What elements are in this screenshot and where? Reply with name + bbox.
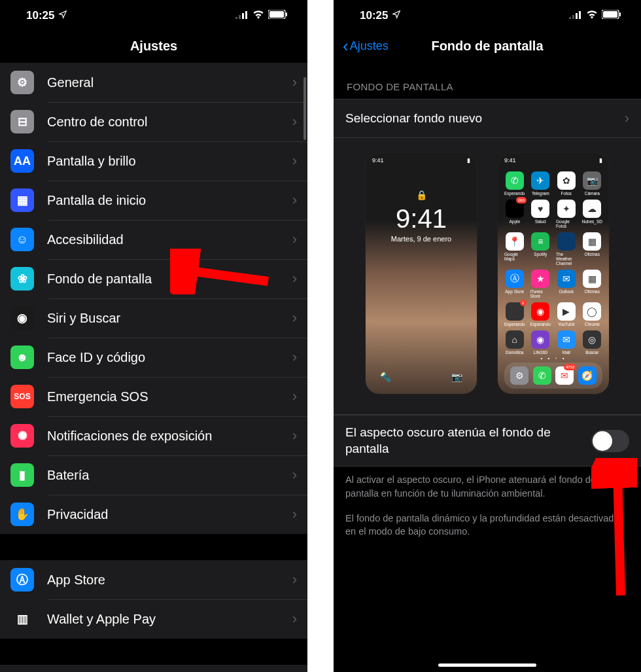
status-bar: 10:25 [334,0,641,29]
chevron-right-icon: › [292,388,297,405]
row-label: Accesibilidad [47,232,292,247]
location-icon [392,9,401,22]
home-app: The Weather Channel [556,232,577,266]
dock-app: 🧭 [578,366,597,385]
home-app: ✆Esperando [504,171,525,196]
back-button[interactable]: ‹ Ajustes [343,37,389,54]
row-label: Fondo de pantalla [47,272,292,287]
home-app: ✦Google Fotos [556,200,577,228]
page-title: Ajustes [130,39,177,54]
settings-list[interactable]: ⚙General›⊟Centro de control›AAPantalla y… [0,63,307,534]
chevron-right-icon: › [292,571,297,588]
nav-header: Ajustes [0,29,307,63]
home-app: ▦Oficinas [582,232,603,266]
svg-rect-11 [576,13,578,19]
row-label: Pantalla de inicio [47,193,292,208]
row-icon: ▥ [10,607,34,631]
cellular-icon [569,9,582,22]
row-icon: ☺ [10,228,34,251]
wallpaper-previews: 9:41▮ 🔒 9:41 Martes, 9 de enero 🔦 📷 9:41… [334,138,641,415]
settings-row[interactable]: ⒶApp Store› [0,560,307,599]
svg-rect-2 [242,13,244,19]
wifi-icon [586,9,598,22]
home-screen-preview[interactable]: 9:41▮ ✆Esperando✈Telegram✿Fotos📷Cámara26… [497,152,610,395]
chevron-right-icon: › [292,231,297,248]
settings-row[interactable]: ☻Face ID y código› [0,338,307,377]
settings-row[interactable]: ▥Wallet y Apple Pay› [0,599,307,639]
row-icon: ⚙ [10,71,34,94]
svg-rect-1 [239,15,241,19]
home-indicator[interactable] [438,663,536,667]
phone-right-wallpaper: 10:25 ‹ Ajustes Fondo de pantalla FONDO … [334,0,641,672]
home-app: ◉Esperando [530,302,551,327]
row-label: Siri y Buscar [47,311,292,326]
toggle-label: El aspecto oscuro atenúa el fondo de pan… [345,425,582,457]
chevron-right-icon: › [292,74,297,91]
settings-row[interactable]: ◉Siri y Buscar› [0,298,307,338]
home-app: ✉Mail [556,330,577,355]
back-label: Ajustes [350,39,389,53]
settings-row[interactable]: 🔑Contraseñas› [0,665,307,672]
status-bar: 10:25 [0,0,307,29]
row-label: Pantalla y brillo [47,154,292,169]
home-app: 1Esperando [504,302,525,327]
home-app: ♥Salud [530,200,551,228]
row-icon: ⊟ [10,110,34,133]
chevron-right-icon: › [292,349,297,366]
row-icon: ▮ [10,463,34,487]
lock-icon: 🔒 [366,190,477,200]
phone-left-settings: 10:25 Ajustes ⚙General›⊟Centro de contro… [0,0,307,672]
dark-dims-wallpaper-switch[interactable] [591,430,629,452]
flashlight-icon: 🔦 [380,372,391,382]
svg-rect-14 [603,11,617,18]
cellular-icon [235,9,249,22]
status-time: 10:25 [26,9,54,22]
settings-row[interactable]: ▦Pantalla de inicio› [0,181,307,220]
svg-rect-15 [619,12,621,16]
svg-rect-0 [235,17,237,19]
home-app: ★iTunes Store [530,270,551,298]
settings-row[interactable]: ✺Notificaciones de exposición› [0,416,307,455]
footer-text-2: El fondo de pantalla dinámico y la profu… [334,503,641,541]
settings-row[interactable]: ✋Privacidad› [0,495,307,534]
row-icon: AA [10,149,34,173]
home-app: ✈Telegram [530,171,551,196]
chevron-right-icon: › [292,192,297,209]
svg-rect-9 [569,17,571,19]
select-new-wallpaper-row[interactable]: Seleccionar fondo nuevo › [334,99,641,138]
dock-app: ✆ [533,366,551,385]
chevron-right-icon: › [292,467,297,484]
footer-text-1: Al activar el aspecto oscuro, el iPhone … [334,467,641,503]
settings-row[interactable]: ⊟Centro de control› [0,102,307,141]
home-app: ◯Chrome [582,302,603,327]
home-app: ☁Nubes_SD [582,200,603,228]
row-label: General [47,75,292,90]
battery-icon [602,9,621,22]
home-app: 📷Cámara [582,171,603,196]
settings-row[interactable]: ☺Accesibilidad› [0,220,307,259]
home-app: 260Apple [504,200,525,228]
lock-screen-preview[interactable]: 9:41▮ 🔒 9:41 Martes, 9 de enero 🔦 📷 [365,152,477,395]
dock-app: ⚙ [510,366,528,385]
row-icon: Ⓐ [10,568,34,592]
row-icon: ✺ [10,424,34,448]
scrollbar[interactable] [303,77,306,140]
chevron-right-icon: › [625,110,629,127]
switch-knob [593,431,612,451]
settings-row[interactable]: ⚙General› [0,63,307,102]
settings-row[interactable]: SOSEmergencia SOS› [0,377,307,416]
home-app: ⌂Domótica [504,330,525,355]
chevron-right-icon: › [292,309,297,327]
chevron-right-icon: › [292,113,297,130]
home-app: ✉Outlook [556,270,577,298]
row-label: Seleccionar fondo nuevo [345,111,625,126]
camera-icon: 📷 [451,372,462,382]
settings-row[interactable]: ▮Batería› [0,455,307,495]
chevron-right-icon: › [292,152,297,169]
home-app: ⒶApp Store [504,270,525,298]
home-app: ◎Buscar [582,330,603,355]
lock-clock: 9:41 [366,204,477,234]
settings-row[interactable]: ❀Fondo de pantalla› [0,259,307,298]
settings-row[interactable]: AAPantalla y brillo› [0,141,307,181]
row-icon: ✋ [10,503,34,526]
